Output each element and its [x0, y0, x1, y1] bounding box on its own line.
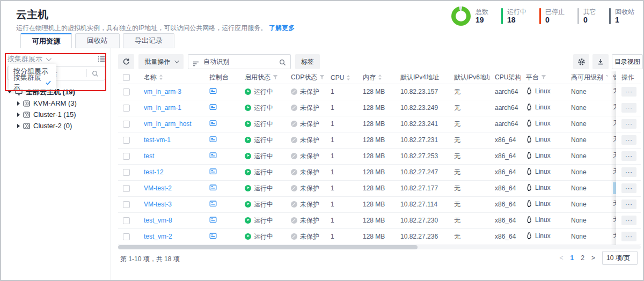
settings-button[interactable]: [573, 54, 589, 69]
tag-button[interactable]: 标签: [295, 54, 320, 69]
row-checkbox[interactable]: [123, 217, 130, 224]
cdp-text: 未保护: [300, 120, 319, 128]
column-header-checkbox[interactable]: [118, 71, 138, 84]
page-size-select[interactable]: 10 项/页: [602, 251, 638, 265]
refresh-button[interactable]: [118, 54, 134, 69]
row-checkbox[interactable]: [123, 169, 130, 176]
filter-icon[interactable]: [273, 75, 278, 80]
batch-actions-button[interactable]: 批量操作: [138, 54, 184, 69]
column-header-arch[interactable]: CPU架构: [489, 71, 521, 84]
ha-value: None: [571, 152, 587, 160]
row-actions-button[interactable]: ···: [621, 183, 636, 193]
row-actions-button[interactable]: ···: [621, 151, 636, 161]
vm-name-link[interactable]: vm_in_arm-3: [144, 88, 181, 95]
platform-text: Linux: [535, 87, 551, 95]
search-icon[interactable]: [279, 58, 286, 68]
console-button[interactable]: [209, 103, 217, 111]
cell-status: 运行中: [239, 196, 286, 212]
caret-right-icon[interactable]: [17, 124, 20, 128]
row-checkbox[interactable]: [123, 201, 130, 208]
tree-item[interactable]: Cluster-1 (15): [5, 109, 107, 120]
row-actions-button[interactable]: ···: [621, 232, 636, 241]
row-actions-button[interactable]: ···: [621, 103, 636, 113]
row-checkbox[interactable]: [123, 137, 130, 144]
row-checkbox[interactable]: [123, 88, 130, 95]
next-page-button[interactable]: >: [591, 254, 595, 262]
console-icon: [209, 168, 217, 175]
cluster-icon: [23, 123, 30, 129]
tab-导出记录[interactable]: 导出记录: [123, 33, 174, 48]
prev-page-button[interactable]: <: [560, 254, 564, 262]
caret-right-icon[interactable]: [17, 101, 20, 106]
row-actions-button[interactable]: ···: [621, 119, 636, 129]
filter-icon[interactable]: [605, 75, 608, 80]
caret-down-icon[interactable]: [8, 91, 12, 93]
cell-clipped: 无: [608, 84, 616, 100]
stats-strip: 总数 19 运行中18已停止0其它0回收站1: [451, 6, 634, 26]
column-header-name[interactable]: 名称: [138, 71, 204, 84]
column-header-cpu[interactable]: CPU: [325, 71, 357, 84]
console-button[interactable]: [209, 184, 217, 191]
export-button[interactable]: [592, 54, 609, 69]
console-button[interactable]: [209, 232, 217, 240]
console-button[interactable]: [209, 168, 217, 175]
row-checkbox[interactable]: [123, 233, 130, 240]
table-row: vm_in_arm-3运行中未保护1128 MB10.82.23.157无aar…: [118, 84, 641, 100]
tree-item[interactable]: KVM-ARM (3): [5, 98, 107, 109]
row-checkbox[interactable]: [123, 185, 130, 192]
row-actions-button[interactable]: ···: [621, 87, 636, 97]
page-number-2[interactable]: 2: [581, 254, 584, 262]
cell-cpu: 1: [325, 100, 357, 116]
console-button[interactable]: [209, 152, 217, 159]
cell-arch-value: aarch64: [495, 104, 518, 112]
stat-color-bar: [539, 8, 541, 24]
row-actions-button[interactable]: ···: [621, 216, 636, 225]
stat-item: 回收站1: [609, 8, 634, 25]
cell-actions: ···: [616, 148, 641, 164]
table-search-input[interactable]: [188, 54, 291, 69]
filter-icon[interactable]: [541, 75, 546, 80]
console-button[interactable]: [209, 216, 217, 224]
column-header-cdp[interactable]: CDP状态: [286, 71, 325, 84]
vm-name-link[interactable]: test-vm-1: [144, 136, 171, 144]
row-actions-button[interactable]: ···: [621, 167, 636, 177]
column-header-platform[interactable]: 平台: [521, 71, 566, 84]
column-header-status[interactable]: 启用状态: [239, 71, 286, 84]
search-icon[interactable]: [92, 70, 99, 79]
column-header-mem[interactable]: 内存: [357, 71, 395, 84]
filter-icon[interactable]: [319, 75, 325, 80]
vm-name-link[interactable]: test_vm-2: [144, 233, 172, 240]
vm-name-link[interactable]: test: [144, 152, 154, 160]
row-checkbox[interactable]: [123, 105, 130, 112]
dropdown-menu-item[interactable]: 按集群展示: [9, 77, 56, 88]
catalog-view-button[interactable]: 目录视图: [612, 54, 643, 69]
column-header-ha[interactable]: 高可用级别: [566, 71, 608, 84]
cell-ipv4: 10.82.27.236: [395, 228, 449, 245]
list-view-icon[interactable]: [98, 56, 105, 62]
caret-right-icon[interactable]: [17, 113, 20, 117]
console-button[interactable]: [209, 87, 217, 95]
vm-name-link[interactable]: VM-test-3: [144, 201, 172, 208]
select-all-checkbox[interactable]: [123, 74, 130, 81]
console-button[interactable]: [209, 200, 217, 208]
tab-回收站[interactable]: 回收站: [75, 33, 120, 48]
vm-name-link[interactable]: vm_in_arm-1: [144, 104, 181, 112]
vm-name-link[interactable]: test-12: [144, 168, 164, 176]
tree-item[interactable]: Cluster-2 (0): [5, 120, 107, 131]
row-actions-button[interactable]: ···: [621, 135, 636, 145]
page-number-1[interactable]: 1: [570, 254, 574, 262]
row-checkbox[interactable]: [123, 121, 130, 128]
vm-name-link[interactable]: vm_in_arm_host: [144, 120, 192, 128]
vm-name-link[interactable]: test_vm-8: [144, 217, 172, 224]
stat-item: 其它0: [577, 8, 596, 25]
learn-more-link[interactable]: 了解更多: [269, 24, 295, 32]
row-actions-button[interactable]: ···: [621, 199, 636, 209]
vm-name-link[interactable]: VM-test-2: [144, 184, 172, 192]
tab-可用资源[interactable]: 可用资源: [20, 33, 72, 48]
console-button[interactable]: [209, 120, 217, 127]
view-mode-dropdown[interactable]: 按集群展示: [8, 54, 50, 64]
row-checkbox[interactable]: [123, 153, 130, 160]
horizontal-scrollbar-thumb[interactable]: [118, 245, 418, 249]
table-row: test-12运行中未保护1128 MB10.82.27.247无x86_64L…: [118, 164, 641, 180]
console-button[interactable]: [209, 136, 217, 143]
